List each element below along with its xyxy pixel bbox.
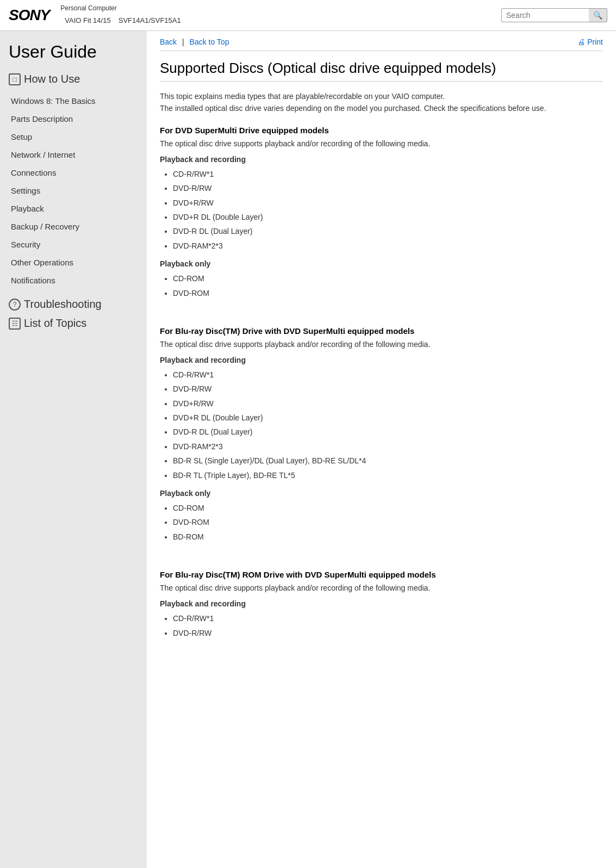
section2-group2-list: CD-ROM DVD-ROM BD-ROM [173, 501, 603, 544]
sidebar-item-other-operations[interactable]: Other Operations [9, 253, 138, 271]
troubleshooting-icon: ? [9, 299, 21, 311]
sidebar-item-settings[interactable]: Settings [9, 182, 138, 200]
list-item: DVD-ROM [173, 286, 603, 300]
list-item: DVD+R DL (Double Layer) [173, 210, 603, 224]
sidebar-item-notifications[interactable]: Notifications [9, 271, 138, 289]
personal-computer-label: Personal Computer [60, 4, 501, 12]
list-item: CD-R/RW*1 [173, 167, 603, 181]
section1-desc: The optical disc drive supports playback… [160, 138, 603, 150]
print-icon: 🖨 [577, 38, 585, 46]
back-link[interactable]: Back [160, 38, 177, 46]
section-dvd-supermulti: For DVD SuperMulti Drive equipped models… [160, 126, 603, 300]
print-link[interactable]: 🖨 Print [577, 38, 603, 46]
section1-group2-label: Playback only [160, 259, 603, 268]
section-bluray-rom-dvd-supermulti: For Blu-ray Disc(TM) ROM Drive with DVD … [160, 570, 603, 640]
section1-group2-list: CD-ROM DVD-ROM [173, 271, 603, 300]
list-item: BD-ROM [173, 530, 603, 544]
section2-group1: Playback and recording CD-R/RW*1 DVD-R/R… [160, 356, 603, 482]
user-guide-title: User Guide [9, 42, 138, 62]
intro-line2: The installed optical disc drive varies … [160, 104, 546, 113]
section3-group1: Playback and recording CD-R/RW*1 DVD-R/R… [160, 599, 603, 640]
brand-info: Personal Computer VAIO Fit 14/15 SVF14A1… [60, 4, 501, 26]
section2-group2: Playback only CD-ROM DVD-ROM BD-ROM [160, 489, 603, 544]
search-box[interactable]: 🔍 [501, 8, 607, 22]
section2-desc: The optical disc drive supports playback… [160, 339, 603, 350]
list-item: DVD-R DL (Dual Layer) [173, 425, 603, 439]
how-to-use-label: How to Use [24, 73, 80, 85]
section3-group1-label: Playback and recording [160, 599, 603, 608]
sidebar-item-windows-basics[interactable]: Windows 8: The Basics [9, 92, 138, 110]
list-item: DVD-R/RW [173, 181, 603, 195]
print-label: Print [587, 38, 603, 46]
intro-text: This topic explains media types that are… [160, 90, 603, 115]
section3-desc: The optical disc drive supports playback… [160, 582, 603, 594]
section2-title: For Blu-ray Disc(TM) Drive with DVD Supe… [160, 326, 603, 336]
header: SONY Personal Computer VAIO Fit 14/15 SV… [0, 0, 616, 31]
section3-group1-list: CD-R/RW*1 DVD-R/RW [173, 611, 603, 640]
section1-title: For DVD SuperMulti Drive equipped models [160, 126, 603, 135]
intro-line1: This topic explains media types that are… [160, 92, 445, 101]
sidebar-item-backup-recovery[interactable]: Backup / Recovery [9, 218, 138, 235]
section1-group1-list: CD-R/RW*1 DVD-R/RW DVD+R/RW DVD+R DL (Do… [173, 167, 603, 253]
section3-title: For Blu-ray Disc(TM) ROM Drive with DVD … [160, 570, 603, 579]
how-to-use-heading[interactable]: □ How to Use [9, 73, 138, 85]
troubleshooting-heading[interactable]: ? Troubleshooting [9, 298, 138, 311]
section2-group2-label: Playback only [160, 489, 603, 498]
list-item: CD-R/RW*1 [173, 368, 603, 382]
section1-group1-label: Playback and recording [160, 155, 603, 164]
list-item: DVD-R DL (Dual Layer) [173, 224, 603, 238]
main-content: Back | Back to Top 🖨 Print Supported Dis… [147, 31, 616, 868]
sidebar-item-security[interactable]: Security [9, 235, 138, 253]
section2-group1-list: CD-R/RW*1 DVD-R/RW DVD+R/RW DVD+R DL (Do… [173, 368, 603, 482]
sidebar-item-playback[interactable]: Playback [9, 200, 138, 218]
sony-logo: SONY [9, 7, 49, 24]
search-input[interactable] [502, 9, 589, 22]
section1-group1: Playback and recording CD-R/RW*1 DVD-R/R… [160, 155, 603, 253]
top-nav: Back | Back to Top 🖨 Print [160, 31, 603, 51]
sidebar-item-parts-description[interactable]: Parts Description [9, 110, 138, 128]
list-item: DVD-R/RW [173, 626, 603, 640]
sidebar-item-network-internet[interactable]: Network / Internet [9, 146, 138, 164]
section2-group1-label: Playback and recording [160, 356, 603, 364]
nav-separator: | [182, 38, 184, 46]
list-item: DVD-R/RW [173, 382, 603, 396]
list-item: DVD+R DL (Double Layer) [173, 411, 603, 425]
sidebar: User Guide □ How to Use Windows 8: The B… [0, 31, 147, 868]
nav-links: Back | Back to Top [160, 38, 229, 46]
list-item: DVD-RAM*2*3 [173, 239, 603, 253]
section-bluray-dvd-supermulti: For Blu-ray Disc(TM) Drive with DVD Supe… [160, 326, 603, 544]
section1-group2: Playback only CD-ROM DVD-ROM [160, 259, 603, 300]
list-item: BD-R TL (Triple Layer), BD-RE TL*5 [173, 468, 603, 482]
list-item: DVD+R/RW [173, 196, 603, 210]
list-item: CD-ROM [173, 271, 603, 286]
vaio-model-title: VAIO Fit 14/15 SVF14A1/SVF15A1 [60, 12, 501, 26]
layout: User Guide □ How to Use Windows 8: The B… [0, 31, 616, 868]
page-title: Supported Discs (Optical disc drive equi… [160, 60, 603, 82]
list-item: DVD+R/RW [173, 396, 603, 411]
sidebar-item-connections[interactable]: Connections [9, 164, 138, 182]
list-item: DVD-RAM*2*3 [173, 439, 603, 454]
troubleshooting-label: Troubleshooting [24, 298, 102, 311]
list-item: CD-ROM [173, 501, 603, 515]
list-item: CD-R/RW*1 [173, 611, 603, 625]
back-to-top-link[interactable]: Back to Top [190, 38, 229, 46]
list-item: DVD-ROM [173, 515, 603, 529]
list-of-topics-label: List of Topics [24, 317, 86, 330]
list-item: BD-R SL (Single Layer)/DL (Dual Layer), … [173, 454, 603, 468]
sidebar-item-setup[interactable]: Setup [9, 128, 138, 146]
search-button[interactable]: 🔍 [589, 9, 607, 22]
list-of-topics-icon: ☷ [9, 318, 21, 330]
list-of-topics-heading[interactable]: ☷ List of Topics [9, 317, 138, 330]
how-to-use-icon: □ [9, 73, 21, 85]
